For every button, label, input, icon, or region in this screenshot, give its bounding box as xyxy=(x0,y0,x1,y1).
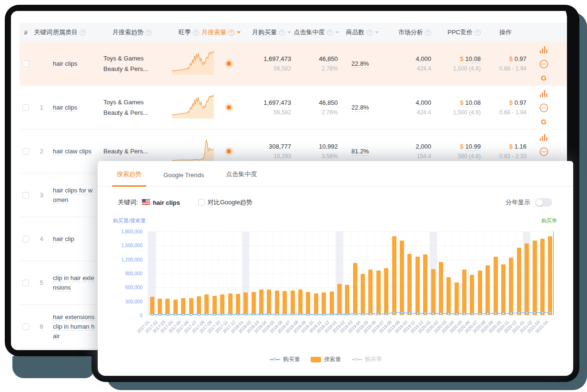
trend-chart-icon[interactable] xyxy=(540,90,547,100)
cell-category: Beauty & Pers... xyxy=(101,146,162,157)
keyword-link[interactable]: clip in hair exte nsions xyxy=(53,274,94,291)
column-header-label: 点击集中度 xyxy=(294,28,325,37)
help-icon[interactable]: ? xyxy=(366,30,373,36)
column-header[interactable]: 所属类目? xyxy=(51,28,101,37)
row-checkbox[interactable] xyxy=(22,280,29,286)
column-header[interactable]: 操作 xyxy=(483,28,528,37)
legend-item-搜索量[interactable]: 搜索量 xyxy=(311,355,341,363)
yearly-display-toggle[interactable] xyxy=(535,198,552,207)
column-header[interactable]: # xyxy=(20,29,32,36)
column-header[interactable]: 商品数? xyxy=(340,28,381,37)
cell-ppc-bid: $ 1.160.83 - 2.33 xyxy=(483,142,528,161)
row-checkbox[interactable] xyxy=(22,323,29,330)
cell-purchase-volume-sub: 2.76% xyxy=(295,64,338,73)
cell-market-analysis-sub: 1,500 (4.6) xyxy=(435,108,481,117)
help-icon[interactable]: ? xyxy=(80,30,86,36)
cell-market-analysis: $ 10.081,500 (4.6) xyxy=(433,98,483,117)
help-icon[interactable]: ? xyxy=(145,30,152,36)
column-header-label: 市场分析 xyxy=(398,28,423,37)
row-checkbox[interactable] xyxy=(22,236,29,242)
us-flag-icon xyxy=(142,199,150,206)
cell-market-analysis: $ 10.081,500 (4.6) xyxy=(433,54,483,73)
column-header-label: PPC竞价 xyxy=(447,28,473,37)
sort-caret-icon[interactable] xyxy=(335,31,339,35)
y-tick-label: 900,000 xyxy=(109,271,142,276)
click-concentration-value[interactable]: 22.8% xyxy=(352,104,369,112)
legend-item-购买量[interactable]: 购买量 xyxy=(270,355,300,363)
row-checkbox[interactable] xyxy=(22,192,29,199)
row-checkbox[interactable] xyxy=(22,104,29,111)
column-header-label: 关键词 xyxy=(34,28,52,37)
column-header[interactable]: 市场分析? xyxy=(381,28,433,37)
keyword-link[interactable]: hair clip xyxy=(53,235,74,243)
cell-purchase-volume-num: 46,850 xyxy=(319,99,338,106)
column-header[interactable]: 关键词? xyxy=(32,28,51,37)
yearly-display-label: 分年显示 xyxy=(506,198,530,207)
keyword-link[interactable]: hair extensions clip in human h air xyxy=(53,313,94,340)
tab-搜索趋势[interactable]: 搜索趋势 xyxy=(112,170,146,186)
cell-product-count-num: 2,000 xyxy=(415,143,431,150)
click-concentration-value[interactable]: 81.2% xyxy=(352,148,369,156)
help-icon[interactable]: ? xyxy=(327,30,333,36)
row-checkbox-cell xyxy=(20,148,32,155)
keyword-link[interactable]: hair clips xyxy=(53,104,77,111)
column-header-label: 月搜索量 xyxy=(202,28,226,37)
column-header[interactable]: 月搜索趋势? xyxy=(101,28,162,37)
keyword-link[interactable]: hair claw clips xyxy=(53,148,91,155)
y-tick-label: 300,000 xyxy=(109,299,142,304)
ellipsis-circle-icon[interactable] xyxy=(539,103,548,115)
ellipsis-circle-icon[interactable] xyxy=(539,60,548,71)
help-icon[interactable]: ? xyxy=(193,30,199,36)
trend-chart-icon[interactable] xyxy=(540,134,547,144)
click-concentration-value[interactable]: 22.8% xyxy=(352,60,369,68)
row-checkbox-cell xyxy=(20,236,32,242)
trend-chart-icon[interactable] xyxy=(540,46,547,56)
row-checkbox[interactable] xyxy=(22,148,29,155)
cell-season xyxy=(215,149,243,153)
column-header[interactable]: 月购买量? xyxy=(243,28,293,37)
help-icon[interactable]: ? xyxy=(425,30,431,36)
cell-product-count-value: 4,000 xyxy=(383,54,431,64)
cell-purchase-volume-value: 46,850 xyxy=(295,98,338,108)
cell-product-count-value: 4,000 xyxy=(383,98,431,108)
cell-keyword: hair clips xyxy=(51,59,101,69)
help-icon[interactable]: ? xyxy=(475,30,481,36)
cell-season xyxy=(215,61,243,66)
help-icon[interactable]: ? xyxy=(228,30,234,36)
column-header[interactable]: 点击集中度? xyxy=(293,28,340,37)
legend-item-购买率[interactable]: 购买率 xyxy=(352,355,382,363)
column-header-label: 所属类目 xyxy=(53,28,78,37)
modal-controls: 关键词: hair clips 对比Google趋势 分年显示 xyxy=(118,195,552,210)
tab-Google Trends[interactable]: Google Trends xyxy=(159,171,209,186)
y-tick-label: 1,800,000 xyxy=(109,229,142,234)
cell-ppc-bid-sub: 0.68 - 1.94 xyxy=(485,108,526,117)
category-line: Toys & Games xyxy=(103,53,161,64)
cell-search-volume-value: 1,697,473 xyxy=(244,98,291,108)
cell-purchase-volume: 46,8502.76% xyxy=(293,98,340,117)
sort-caret-icon[interactable] xyxy=(287,31,291,35)
category-line: Toys & Games xyxy=(103,97,161,108)
help-icon[interactable]: ? xyxy=(279,30,285,36)
ellipsis-circle-icon[interactable] xyxy=(539,147,548,159)
table-row: 1hair clipsToys & GamesBeauty & Pers...1… xyxy=(20,86,567,130)
keyword-link[interactable]: hair clips for w omen xyxy=(53,187,92,204)
row-checkbox-cell xyxy=(20,104,32,111)
cell-click-concentration: 22.8% xyxy=(340,103,381,112)
compare-google-checkbox[interactable] xyxy=(198,199,205,206)
column-header[interactable]: 月搜索量? xyxy=(215,28,243,37)
tab-点击集中度[interactable]: 点击集中度 xyxy=(221,170,262,186)
sort-caret-icon[interactable] xyxy=(375,31,379,35)
column-header[interactable]: PPC竞价? xyxy=(433,28,483,37)
search-trend-modal: 搜索趋势Google Trends点击集中度 关键词: hair clips 对… xyxy=(98,161,573,376)
cell-search-volume-sub: 56,582 xyxy=(244,108,291,117)
google-icon[interactable]: G xyxy=(541,75,547,81)
row-checkbox[interactable] xyxy=(22,60,29,67)
cell-keyword: hair clip xyxy=(51,234,101,244)
sort-caret-icon[interactable] xyxy=(237,31,241,35)
dollar-sign: $ xyxy=(509,55,515,62)
y-tick-label: 0 xyxy=(109,313,142,318)
google-icon[interactable]: G xyxy=(541,119,547,125)
cell-search-volume-num: 1,697,473 xyxy=(263,55,291,62)
keyword-link[interactable]: hair clips xyxy=(53,60,77,67)
peak-season-dot xyxy=(227,61,231,66)
